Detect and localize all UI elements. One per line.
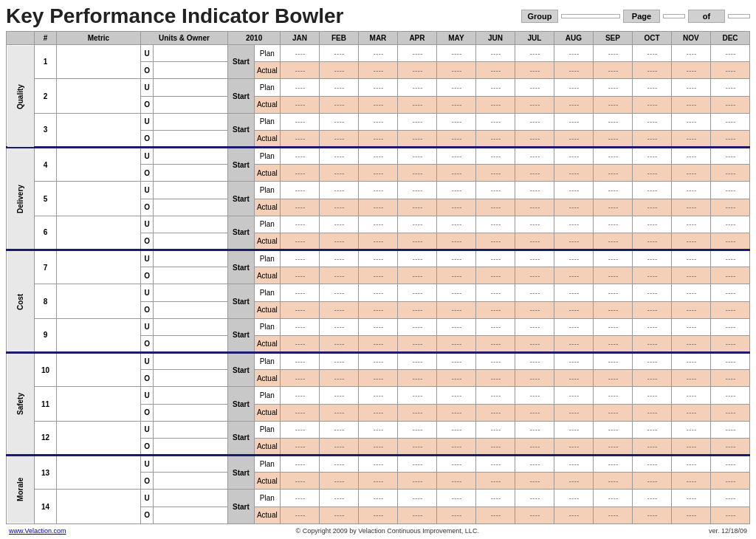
- footer-link[interactable]: www.Velaction.com: [9, 527, 66, 535]
- month-actual-cell[interactable]: - - - -: [710, 370, 749, 387]
- month-actual-cell[interactable]: - - - -: [397, 335, 436, 352]
- month-actual-cell[interactable]: - - - -: [632, 165, 671, 182]
- month-actual-cell[interactable]: - - - -: [475, 473, 515, 490]
- month-plan-cell[interactable]: - - - -: [593, 353, 632, 370]
- month-actual-cell[interactable]: - - - -: [632, 404, 671, 421]
- month-actual-cell[interactable]: - - - -: [397, 404, 436, 421]
- month-actual-cell[interactable]: - - - -: [671, 199, 710, 216]
- month-plan-cell[interactable]: - - - -: [436, 353, 475, 370]
- month-plan-cell[interactable]: - - - -: [593, 490, 632, 507]
- month-actual-cell[interactable]: - - - -: [632, 473, 671, 490]
- month-plan-cell[interactable]: - - - -: [358, 421, 397, 438]
- month-actual-cell[interactable]: - - - -: [671, 507, 710, 523]
- month-plan-cell[interactable]: - - - -: [632, 387, 671, 404]
- month-actual-cell[interactable]: - - - -: [397, 370, 436, 387]
- month-plan-cell[interactable]: - - - -: [475, 490, 515, 507]
- month-actual-cell[interactable]: - - - -: [671, 473, 710, 490]
- month-actual-cell[interactable]: - - - -: [475, 507, 515, 523]
- month-actual-cell[interactable]: - - - -: [358, 130, 397, 147]
- month-plan-cell[interactable]: - - - -: [671, 456, 710, 473]
- month-plan-cell[interactable]: - - - -: [475, 456, 515, 473]
- month-actual-cell[interactable]: - - - -: [593, 473, 632, 490]
- month-actual-cell[interactable]: - - - -: [710, 473, 749, 490]
- month-plan-cell[interactable]: - - - -: [593, 79, 632, 96]
- units-cell[interactable]: [154, 421, 228, 438]
- month-actual-cell[interactable]: - - - -: [632, 62, 671, 79]
- owner-cell[interactable]: [154, 62, 228, 79]
- month-plan-cell[interactable]: - - - -: [671, 353, 710, 370]
- month-plan-cell[interactable]: - - - -: [554, 318, 593, 335]
- month-plan-cell[interactable]: - - - -: [436, 182, 475, 199]
- month-actual-cell[interactable]: - - - -: [280, 335, 319, 352]
- units-cell[interactable]: [154, 79, 228, 96]
- month-actual-cell[interactable]: - - - -: [710, 62, 749, 79]
- metric-cell[interactable]: [57, 318, 141, 352]
- month-actual-cell[interactable]: - - - -: [280, 301, 319, 318]
- group-value[interactable]: [561, 14, 620, 18]
- owner-cell[interactable]: [154, 165, 228, 182]
- month-actual-cell[interactable]: - - - -: [319, 199, 358, 216]
- month-actual-cell[interactable]: - - - -: [319, 233, 358, 250]
- month-plan-cell[interactable]: - - - -: [632, 250, 671, 267]
- month-actual-cell[interactable]: - - - -: [554, 335, 593, 352]
- month-actual-cell[interactable]: - - - -: [632, 507, 671, 523]
- of-value[interactable]: [728, 14, 750, 18]
- month-actual-cell[interactable]: - - - -: [515, 62, 554, 79]
- metric-cell[interactable]: [57, 216, 141, 250]
- month-actual-cell[interactable]: - - - -: [554, 267, 593, 284]
- month-actual-cell[interactable]: - - - -: [319, 473, 358, 490]
- month-plan-cell[interactable]: - - - -: [671, 318, 710, 335]
- month-plan-cell[interactable]: - - - -: [475, 45, 515, 62]
- month-plan-cell[interactable]: - - - -: [397, 421, 436, 438]
- owner-cell[interactable]: [154, 130, 228, 147]
- month-actual-cell[interactable]: - - - -: [436, 199, 475, 216]
- month-actual-cell[interactable]: - - - -: [397, 438, 436, 455]
- month-plan-cell[interactable]: - - - -: [593, 456, 632, 473]
- metric-cell[interactable]: [57, 45, 141, 79]
- units-cell[interactable]: [154, 387, 228, 404]
- month-plan-cell[interactable]: - - - -: [554, 490, 593, 507]
- month-actual-cell[interactable]: - - - -: [436, 301, 475, 318]
- owner-cell[interactable]: [154, 404, 228, 421]
- month-actual-cell[interactable]: - - - -: [358, 199, 397, 216]
- month-plan-cell[interactable]: - - - -: [515, 182, 554, 199]
- month-plan-cell[interactable]: - - - -: [593, 148, 632, 165]
- owner-cell[interactable]: [154, 473, 228, 490]
- month-plan-cell[interactable]: - - - -: [358, 182, 397, 199]
- month-plan-cell[interactable]: - - - -: [671, 284, 710, 301]
- month-plan-cell[interactable]: - - - -: [554, 79, 593, 96]
- owner-cell[interactable]: [154, 199, 228, 216]
- month-actual-cell[interactable]: - - - -: [397, 96, 436, 113]
- month-actual-cell[interactable]: - - - -: [397, 165, 436, 182]
- month-actual-cell[interactable]: - - - -: [515, 370, 554, 387]
- metric-cell[interactable]: [57, 250, 141, 284]
- month-plan-cell[interactable]: - - - -: [710, 79, 749, 96]
- month-actual-cell[interactable]: - - - -: [515, 404, 554, 421]
- month-plan-cell[interactable]: - - - -: [554, 148, 593, 165]
- month-plan-cell[interactable]: - - - -: [397, 490, 436, 507]
- month-plan-cell[interactable]: - - - -: [515, 353, 554, 370]
- month-actual-cell[interactable]: - - - -: [397, 267, 436, 284]
- month-actual-cell[interactable]: - - - -: [475, 96, 515, 113]
- month-actual-cell[interactable]: - - - -: [280, 267, 319, 284]
- month-actual-cell[interactable]: - - - -: [436, 130, 475, 147]
- metric-cell[interactable]: [57, 421, 141, 455]
- month-plan-cell[interactable]: - - - -: [671, 79, 710, 96]
- month-actual-cell[interactable]: - - - -: [671, 233, 710, 250]
- month-plan-cell[interactable]: - - - -: [515, 421, 554, 438]
- month-plan-cell[interactable]: - - - -: [319, 45, 358, 62]
- owner-cell[interactable]: [154, 370, 228, 387]
- month-actual-cell[interactable]: - - - -: [436, 438, 475, 455]
- month-plan-cell[interactable]: - - - -: [593, 216, 632, 233]
- month-plan-cell[interactable]: - - - -: [397, 79, 436, 96]
- month-plan-cell[interactable]: - - - -: [593, 387, 632, 404]
- month-actual-cell[interactable]: - - - -: [554, 473, 593, 490]
- month-actual-cell[interactable]: - - - -: [515, 130, 554, 147]
- month-actual-cell[interactable]: - - - -: [436, 165, 475, 182]
- month-plan-cell[interactable]: - - - -: [319, 387, 358, 404]
- page-value[interactable]: [663, 14, 685, 18]
- month-plan-cell[interactable]: - - - -: [319, 318, 358, 335]
- metric-cell[interactable]: [57, 182, 141, 216]
- month-actual-cell[interactable]: - - - -: [710, 438, 749, 455]
- month-actual-cell[interactable]: - - - -: [554, 301, 593, 318]
